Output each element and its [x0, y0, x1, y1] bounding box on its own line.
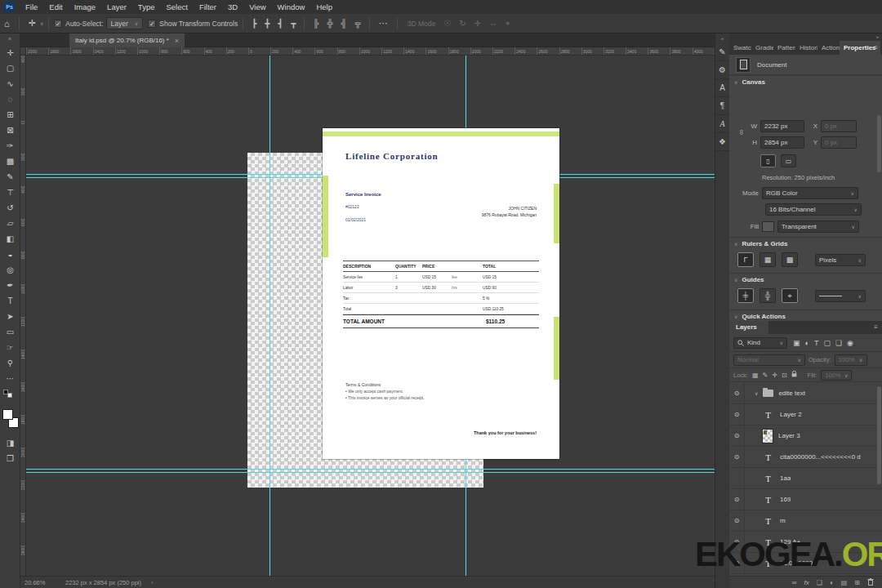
align-top-edges-icon[interactable]: ┳: [291, 19, 296, 28]
ruler-top[interactable]: 2000180016001400120010008006004002000200…: [26, 47, 715, 56]
filter-type-layers-icon[interactable]: T: [814, 339, 819, 347]
filter-shape-layers-icon[interactable]: ▢: [823, 339, 831, 347]
toggle-pixel-grid-button[interactable]: ▩: [782, 252, 798, 267]
brush-tool[interactable]: ✎: [0, 169, 20, 185]
fill-dropdown[interactable]: Transparent ∨: [777, 220, 859, 233]
more-options-icon[interactable]: ⋯: [375, 18, 392, 29]
layer-visibility-toggle[interactable]: ⊙: [729, 425, 745, 446]
properties-scrollbar[interactable]: [877, 115, 881, 172]
3d-pan-icon[interactable]: ✛: [474, 19, 481, 29]
document-tab[interactable]: Italy id.psd @ 20.7% (RGB/16) * ×: [69, 33, 185, 47]
landscape-orientation-button[interactable]: ▭: [781, 154, 796, 167]
3d-orbit-icon[interactable]: ☉: [443, 19, 451, 29]
menu-help[interactable]: Help: [310, 2, 338, 11]
menu-image[interactable]: Image: [69, 2, 101, 11]
lock-transparency-icon[interactable]: ▦: [752, 372, 759, 379]
healing-brush-tool[interactable]: ▩: [0, 154, 20, 169]
blur-tool[interactable]: ◒: [0, 247, 20, 262]
distribute-vertical-icon[interactable]: ╦: [355, 19, 361, 28]
toolbar-collapse-icon[interactable]: »: [0, 33, 20, 45]
foreground-color-swatch[interactable]: [2, 409, 13, 420]
align-horizontal-centers-icon[interactable]: ╋: [265, 19, 270, 28]
layer-row[interactable]: ⊙ T Layer 2: [729, 404, 882, 425]
filter-adjustment-layers-icon[interactable]: ◐: [805, 339, 809, 347]
paragraph-panel-icon[interactable]: ¶: [715, 97, 730, 115]
filter-pixel-layers-icon[interactable]: ▣: [793, 339, 800, 347]
close-icon[interactable]: ×: [175, 37, 179, 45]
layer-visibility-toggle[interactable]: [729, 468, 745, 488]
opacity-field[interactable]: 100% ∨: [835, 354, 867, 366]
guide-style-dropdown[interactable]: ∨: [815, 290, 866, 302]
x-field[interactable]: 0 px: [821, 120, 857, 132]
status-arrow-icon[interactable]: ›: [151, 579, 154, 586]
new-layer-icon[interactable]: ⊞: [854, 579, 860, 586]
toggle-guides-button[interactable]: ╪: [737, 288, 754, 303]
frame-tool[interactable]: ⊠: [0, 122, 20, 138]
panel-menu-icon[interactable]: ≡: [870, 41, 882, 55]
3d-zoom-icon[interactable]: ⌖: [506, 19, 510, 29]
blend-mode-dropdown[interactable]: Normal ∨: [733, 354, 805, 366]
expand-panels-icon[interactable]: «: [721, 33, 724, 43]
layer-filter-dropdown[interactable]: Kind ∨: [733, 337, 787, 349]
align-left-edges-icon[interactable]: ┣: [252, 19, 256, 28]
auto-select-checkbox[interactable]: ✓: [54, 20, 62, 28]
eraser-tool[interactable]: ▱: [0, 216, 20, 231]
show-transform-checkbox[interactable]: ✓: [148, 20, 156, 28]
tab-layers[interactable]: Layers: [729, 321, 768, 334]
panel-collapse-icon[interactable]: »: [729, 33, 882, 41]
lock-artboard-icon[interactable]: ⊡: [782, 372, 787, 379]
layer-visibility-toggle[interactable]: ⊙: [729, 447, 745, 467]
rectangle-tool[interactable]: ▭: [0, 324, 20, 340]
filter-pin-icon[interactable]: ◉: [847, 339, 853, 347]
home-icon[interactable]: ⌂: [0, 19, 14, 29]
group-expand-icon[interactable]: ∨: [755, 390, 758, 396]
layer-style-icon[interactable]: fx: [804, 579, 808, 586]
y-field[interactable]: 0 px: [821, 136, 857, 149]
history-panel-icon[interactable]: ✎: [715, 43, 730, 61]
zoom-tool[interactable]: ⚲: [0, 355, 20, 371]
snap-guides-button[interactable]: ⌖: [782, 288, 798, 303]
new-group-icon[interactable]: ▤: [841, 579, 848, 586]
adjustment-layer-icon[interactable]: ◐: [830, 579, 834, 586]
toggle-grid-button[interactable]: ▦: [760, 252, 776, 267]
lasso-tool[interactable]: ∿: [0, 76, 20, 91]
distribute-right-icon[interactable]: ╣: [341, 19, 346, 28]
lock-position-icon[interactable]: ✛: [772, 372, 777, 379]
menu-file[interactable]: File: [20, 2, 43, 11]
move-tool-icon[interactable]: ✛: [24, 18, 40, 29]
libraries-panel-icon[interactable]: ❖: [715, 133, 730, 151]
layer-row-hidden[interactable]: T 1aa: [729, 468, 882, 489]
tab-histories[interactable]: Histories: [795, 41, 817, 55]
layers-scrollbar[interactable]: [877, 386, 881, 484]
clone-stamp-tool[interactable]: ⊤: [0, 185, 20, 200]
ruler-left[interactable]: 4002000200400600800100012001400160018002…: [20, 56, 26, 576]
add-mask-icon[interactable]: ❏: [817, 579, 822, 586]
auto-select-dropdown[interactable]: Layer ∨: [106, 17, 144, 29]
dodge-tool[interactable]: ◎: [0, 262, 20, 278]
chevron-down-icon[interactable]: ∨: [40, 20, 43, 26]
layer-row[interactable]: ⊙ T 169: [729, 489, 882, 510]
filter-smart-objects-icon[interactable]: ❏: [835, 339, 842, 347]
layer-visibility-toggle[interactable]: ⊙: [729, 489, 745, 510]
menu-edit[interactable]: Edit: [43, 2, 68, 11]
edit-toolbar-button[interactable]: ⋯: [0, 371, 20, 386]
canvas-section-header[interactable]: ∨ Canvas: [729, 75, 882, 88]
distribute-left-icon[interactable]: ╠: [313, 19, 318, 28]
move-tool[interactable]: ✛: [0, 45, 20, 60]
tab-actions[interactable]: Actions: [817, 41, 840, 55]
hand-tool[interactable]: ☞: [0, 340, 20, 355]
marquee-tool[interactable]: ▢: [0, 60, 20, 76]
units-dropdown[interactable]: Pixels ∨: [815, 254, 866, 266]
quick-selection-tool[interactable]: ◌: [0, 91, 20, 107]
tab-swatches[interactable]: Swatches: [729, 41, 751, 55]
lock-guides-button[interactable]: ╬: [760, 288, 776, 303]
menu-window[interactable]: Window: [272, 2, 311, 11]
3d-roll-icon[interactable]: ↻: [459, 19, 466, 29]
layer-row[interactable]: ⊙ Layer 3: [729, 425, 882, 447]
menu-select[interactable]: Select: [160, 2, 193, 11]
screen-mode-button[interactable]: ❐: [0, 451, 20, 466]
menu-layer[interactable]: Layer: [101, 2, 132, 11]
path-selection-tool[interactable]: ➤: [0, 309, 20, 324]
adjustments-panel-icon[interactable]: ⚙: [715, 61, 730, 79]
properties-document-row[interactable]: Document: [729, 55, 882, 75]
